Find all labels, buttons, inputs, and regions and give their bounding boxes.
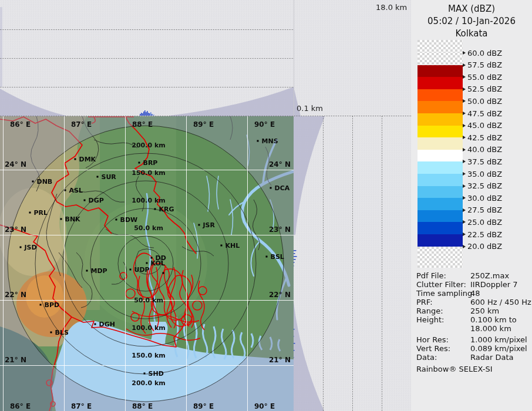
city-label: JSR: [203, 221, 216, 229]
ring-label: 150.0 km: [132, 352, 165, 359]
scale-entry: 25.0 dBZ: [463, 218, 502, 226]
scale-entry: 57.5 dBZ: [463, 61, 502, 69]
colorbar-block: [417, 77, 463, 89]
scale-tick-arrow-icon: [463, 172, 466, 176]
scale-value: 27.5 dBZ: [467, 206, 502, 214]
scale-value: 40.0 dBZ: [467, 145, 502, 154]
scale-value: 32.5 dBZ: [467, 181, 502, 190]
scale-tick-arrow-icon: [463, 99, 466, 103]
colorbar-block: [417, 247, 463, 268]
longitude-label: 90° E: [254, 120, 275, 129]
software-brand: Rainbow® SELEX-SI: [416, 365, 493, 373]
city-marker: [75, 159, 76, 160]
colorbar-block: [417, 222, 463, 234]
city-marker: [163, 272, 164, 274]
scale-value: 60.0 dBZ: [467, 49, 502, 58]
ring-label: 100.0 km: [132, 324, 165, 332]
city-label: MDP: [91, 267, 107, 275]
scale-tick-arrow-icon: [463, 184, 466, 188]
scale-tick-arrow-icon: [463, 87, 466, 91]
city-label: SHD: [149, 370, 164, 378]
metadata-value: 250Z.max: [470, 271, 509, 280]
longitude-label: 86° E: [10, 402, 31, 410]
city-label: ASL: [69, 187, 83, 194]
longitude-label: 87° E: [71, 120, 92, 129]
city-marker: [257, 140, 259, 142]
metadata-row: Hor Res:1.000 km/pixel: [416, 335, 531, 344]
scale-tick-arrow-icon: [463, 112, 466, 115]
scale-tick-arrow-icon: [463, 208, 466, 212]
colorbar-block: [417, 113, 463, 126]
scale-entry: 42.5 dBZ: [463, 133, 502, 142]
scale-entry: 55.0 dBZ: [463, 73, 502, 81]
metadata-label: Hor Res:: [416, 335, 470, 344]
scale-tick-arrow-icon: [463, 124, 466, 127]
city-label: KRG: [159, 206, 174, 213]
latitude-label: 24° N: [5, 160, 26, 169]
city-marker: [221, 245, 223, 247]
latitude-label: 22° N: [269, 291, 291, 299]
scale-value: 55.0 dBZ: [467, 73, 502, 82]
metadata-label: Time sampling:: [416, 289, 470, 298]
latitude-label: 24° N: [269, 160, 291, 169]
ring-label: 100.0 km: [132, 197, 165, 204]
city-marker: [266, 256, 268, 258]
scale-tick-arrow-icon: [463, 233, 466, 236]
metadata-value: 18.000 km: [470, 324, 511, 333]
scale-tick-arrow-icon: [463, 75, 466, 79]
metadata-value: IIRDoppler 7: [470, 280, 518, 289]
city-marker: [151, 257, 153, 259]
metadata-value: Radar Data: [470, 353, 513, 362]
city-label: DNB: [37, 178, 53, 186]
scale-entry: 30.0 dBZ: [463, 194, 502, 202]
scale-entry: 20.0 dBZ: [463, 242, 502, 251]
scale-entry: 22.5 dBZ: [463, 230, 502, 238]
metadata-row: Height:0.100 km to: [416, 315, 531, 324]
scale-value: 57.5 dBZ: [467, 60, 502, 69]
city-marker: [95, 324, 96, 325]
scale-value: 37.5 dBZ: [467, 157, 502, 166]
metadata-row: Range:250 km: [416, 306, 531, 315]
metadata-label: Vert Res:: [416, 344, 470, 353]
scale-entry: 37.5 dBZ: [463, 157, 502, 166]
scale-value: 50.0 dBZ: [467, 97, 502, 106]
city-marker: [97, 176, 99, 178]
latitude-label: 21° N: [5, 356, 26, 364]
longitude-label: 88° E: [132, 120, 153, 129]
metadata-value: 0.089 km/pixel: [470, 344, 527, 353]
city-marker: [84, 200, 86, 201]
city-label: DMK: [79, 156, 96, 163]
city-label: BSL: [271, 253, 284, 261]
city-marker: [20, 247, 22, 248]
city-marker: [146, 262, 148, 264]
scale-tick-arrow-icon: [463, 160, 466, 163]
city-label: KOL: [151, 260, 165, 267]
city-label: DGH: [99, 321, 115, 328]
product-metadata: Pdf File:250Z.maxClutter Filter:IIRDoppl…: [416, 271, 531, 362]
metadata-row: 18.000 km: [416, 324, 531, 333]
colorbar-block: [417, 174, 463, 186]
city-label: SUR: [102, 173, 117, 181]
radar-map: MNSDMKBRPSURDNBDCAASLDGPKRGPRLBNKBDWJSRK…: [0, 116, 294, 411]
height-axis-min-label: 0.1 km: [297, 104, 323, 113]
metadata-row: Data:Radar Data: [416, 353, 531, 362]
city-label: PRL: [34, 209, 48, 217]
scale-tick-arrow-icon: [463, 148, 466, 151]
scale-entry: 40.0 dBZ: [463, 146, 502, 154]
city-marker: [198, 224, 200, 226]
city-marker: [130, 269, 132, 271]
city-label: MNS: [262, 137, 278, 145]
scale-value: 20.0 dBZ: [467, 242, 502, 251]
scale-tick-arrow-icon: [463, 63, 466, 67]
metadata-label: Range:: [416, 306, 470, 315]
city-marker: [154, 208, 156, 210]
scale-value: 42.5 dBZ: [467, 133, 502, 142]
latitude-label: 22° N: [5, 291, 26, 299]
metadata-row: PRF:600 Hz / 450 Hz: [416, 298, 531, 306]
scale-value: 45.0 dBZ: [467, 121, 502, 130]
legend-panel: MAX (dBZ) 05:02 / 10-Jan-2026 Kolkata 60…: [411, 0, 532, 411]
scale-tick-arrow-icon: [463, 196, 466, 200]
metadata-value: 0.100 km to: [470, 315, 517, 324]
product-title: MAX (dBZ): [411, 4, 532, 14]
longitude-label: 88° E: [132, 402, 153, 410]
